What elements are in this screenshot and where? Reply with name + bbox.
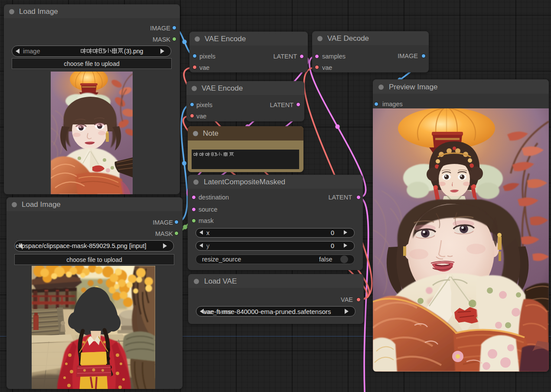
svg-text:(3).png: (3).png [124,48,143,55]
